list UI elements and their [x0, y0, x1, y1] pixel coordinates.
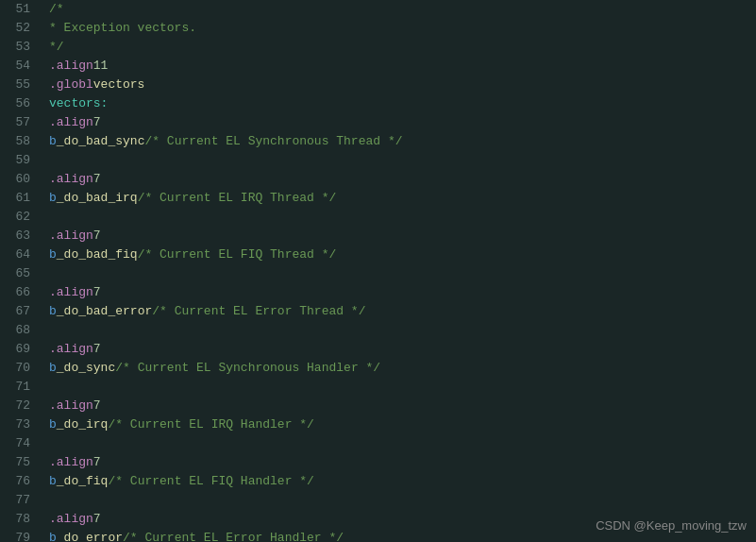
code-line	[49, 321, 756, 340]
line-number: 69	[8, 340, 30, 359]
code-line: b _do_bad_error /* Current EL Error Thre…	[49, 302, 756, 321]
function-name-token: _do_fiq	[57, 472, 109, 491]
number-token: 7	[93, 170, 101, 189]
directive-token: .align	[49, 227, 93, 246]
code-line	[49, 491, 756, 510]
code-line: * Exception vectors.	[49, 19, 756, 38]
code-line: /*	[49, 0, 756, 19]
function-name-token: vectors	[93, 76, 145, 94]
code-line: .align 7	[49, 397, 756, 415]
function-name-token: _do_bad_fiq	[57, 246, 138, 264]
number-token: 7	[93, 283, 101, 302]
instruction-token: b	[49, 415, 57, 434]
comment-token: /*	[49, 0, 64, 19]
code-line: .align 7	[49, 340, 756, 359]
code-line	[49, 378, 756, 397]
line-number: 52	[8, 19, 30, 38]
label-token: vectors:	[49, 94, 108, 113]
line-number: 66	[8, 283, 30, 302]
directive-token: .align	[49, 170, 93, 189]
line-number: 60	[8, 170, 30, 189]
comment-token: /* Current EL Error Handler */	[123, 529, 344, 542]
directive-token: .align	[49, 453, 93, 472]
code-line: b _do_sync /* Current EL Synchronous Han…	[49, 359, 756, 378]
code-line: .align 11	[49, 57, 756, 76]
line-number: 53	[8, 38, 30, 57]
number-token: 11	[93, 57, 109, 76]
directive-token: .align	[49, 57, 93, 76]
code-line	[49, 151, 756, 170]
function-name-token: _do_bad_sync	[57, 132, 145, 151]
instruction-token: b	[49, 246, 57, 264]
line-number: 75	[8, 453, 30, 472]
code-line: .align 7	[49, 283, 756, 302]
line-number: 63	[8, 227, 30, 246]
code-editor: 5152535455565758596061626364656667686970…	[0, 0, 756, 542]
instruction-token: b	[49, 132, 57, 151]
line-number: 70	[8, 359, 30, 378]
line-number: 77	[8, 491, 30, 510]
line-number: 78	[8, 510, 30, 529]
line-number: 54	[8, 57, 30, 76]
code-line	[49, 434, 756, 453]
code-line: b _do_irq /* Current EL IRQ Handler */	[49, 415, 756, 434]
directive-token: .align	[49, 510, 93, 529]
comment-token: /* Current EL Synchronous Thread */	[144, 132, 402, 151]
directive-token: .align	[49, 340, 93, 359]
code-line: .align 7	[49, 453, 756, 472]
comment-token: /* Current EL IRQ Handler */	[108, 415, 313, 434]
watermark: CSDN @Keep_moving_tzw	[596, 518, 747, 533]
line-number: 64	[8, 246, 30, 264]
code-content: /* * Exception vectors. */ .align 11 .gl…	[42, 0, 756, 542]
number-token: 7	[93, 453, 101, 472]
code-line: .align 7	[49, 170, 756, 189]
instruction-token: b	[49, 472, 57, 491]
instruction-token: b	[49, 359, 57, 378]
code-line: */	[49, 38, 756, 57]
comment-token: /* Current EL FIQ Handler */	[108, 472, 313, 491]
line-number: 56	[8, 94, 30, 113]
line-number: 72	[8, 397, 30, 415]
line-number: 79	[8, 529, 30, 542]
function-name-token: _do_sync	[57, 359, 115, 378]
code-line	[49, 264, 756, 283]
instruction-token: b	[49, 302, 57, 321]
code-line: vectors:	[49, 94, 756, 113]
instruction-token: b	[49, 189, 57, 208]
line-number: 74	[8, 434, 30, 453]
line-number: 57	[8, 113, 30, 132]
code-line: b _do_bad_sync /* Current EL Synchronous…	[49, 132, 756, 151]
directive-token: .align	[49, 397, 93, 415]
instruction-token: b	[49, 529, 57, 542]
code-line: b _do_fiq /* Current EL FIQ Handler */	[49, 472, 756, 491]
line-number: 51	[8, 0, 30, 19]
line-number: 58	[8, 132, 30, 151]
line-number: 67	[8, 302, 30, 321]
code-line: .align 7	[49, 227, 756, 246]
comment-token: /* Current EL FIQ Thread */	[138, 246, 337, 264]
line-number: 73	[8, 415, 30, 434]
code-line	[49, 208, 756, 227]
line-number: 76	[8, 472, 30, 491]
code-line: .align 7	[49, 113, 756, 132]
line-number: 65	[8, 264, 30, 283]
line-numbers: 5152535455565758596061626364656667686970…	[0, 0, 42, 542]
code-line: b _do_bad_fiq /* Current EL FIQ Thread *…	[49, 246, 756, 264]
comment-token: /* Current EL Error Thread */	[152, 302, 365, 321]
comment-token: /* Current EL Synchronous Handler */	[115, 359, 380, 378]
comment-token: * Exception vectors.	[49, 19, 196, 38]
code-line: .globl vectors	[49, 76, 756, 94]
function-name-token: _do_error	[57, 529, 123, 542]
number-token: 7	[93, 113, 101, 132]
function-name-token: _do_irq	[57, 415, 109, 434]
line-number: 68	[8, 321, 30, 340]
comment-token: /* Current EL IRQ Thread */	[138, 189, 337, 208]
line-number: 62	[8, 208, 30, 227]
function-name-token: _do_bad_irq	[57, 189, 138, 208]
number-token: 7	[93, 340, 101, 359]
directive-token: .align	[49, 113, 93, 132]
line-number: 59	[8, 151, 30, 170]
line-number: 71	[8, 378, 30, 397]
number-token: 7	[93, 227, 101, 246]
directive-token: .globl	[49, 76, 93, 94]
